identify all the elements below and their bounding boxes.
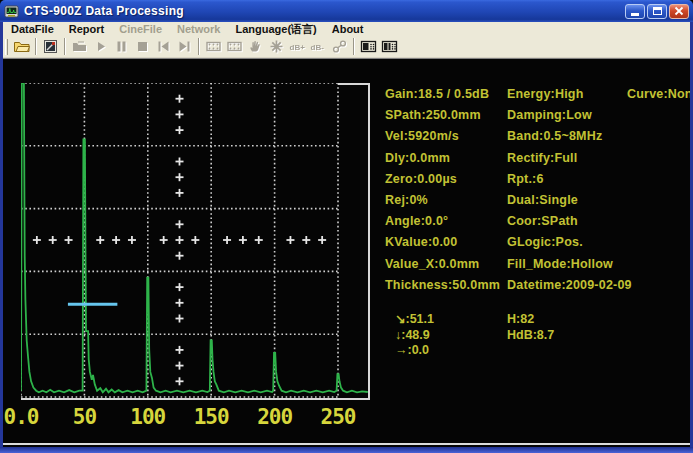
menu-item-cinefile: CineFile (114, 23, 167, 35)
play-icon (92, 38, 109, 55)
param-dual: Dual:Single (507, 190, 632, 211)
param-rpt-: Rpt.:6 (507, 169, 632, 190)
toolbar-cine-open-button (69, 37, 90, 57)
db-plus-icon: dB+ (289, 38, 306, 55)
param-datetime: Datetime:2009-02-09 (507, 275, 632, 296)
toolbar-layout-compare-button[interactable] (379, 37, 400, 57)
param-rej: Rej:0% (385, 190, 500, 211)
ascan-svg (21, 83, 373, 403)
minimize-button[interactable] (625, 4, 645, 19)
toolbar-first-frame-button (153, 37, 174, 57)
x-axis-tick-label: 200 (243, 405, 307, 429)
cine-save-icon (205, 38, 222, 55)
menu-bar: DataFileReportCineFileNetworkLanguage(语言… (3, 22, 690, 36)
svg-text:dB+: dB+ (290, 43, 306, 52)
toolbar-hand-tool-button (245, 37, 266, 57)
x-axis-tick-label: 250 (306, 405, 370, 429)
param-vel: Vel:5920m/s (385, 126, 500, 147)
toolbar-pause-button (111, 37, 132, 57)
toolbar-marker-button (266, 37, 287, 57)
window-border-left (0, 22, 3, 447)
param-rectify: Rectify:Full (507, 148, 632, 169)
echo-waveform (21, 83, 368, 392)
toolbar-cine-save-button (203, 37, 224, 57)
toolbar-report-button[interactable] (40, 37, 61, 57)
param-kvalue: KValue:0.00 (385, 232, 500, 253)
param-spath: SPath:250.0mm (385, 105, 500, 126)
parameter-column-1: Gain:18.5 / 0.5dBSPath:250.0mmVel:5920m/… (385, 84, 500, 296)
toolbar-play-button (90, 37, 111, 57)
menu-item-datafile[interactable]: DataFile (6, 23, 59, 35)
measurement-amplitude: H:82 (507, 312, 534, 328)
toolbar-separator (198, 38, 200, 55)
measurement-row: ↓:48.9HdB:8.7 (395, 328, 554, 344)
last-frame-icon (176, 38, 193, 55)
stop-icon (134, 38, 151, 55)
x-axis-tick-label: 100 (116, 405, 180, 429)
toolbar-separator (64, 38, 66, 55)
first-frame-icon (155, 38, 172, 55)
param-zero: Zero:0.00µs (385, 169, 500, 190)
measurement-row: ↘:51.1H:82 (395, 312, 554, 328)
link-icon (331, 38, 348, 55)
measurement-value: →:0.0 (395, 343, 507, 359)
menu-item-network: Network (172, 23, 225, 35)
layout-single-icon (360, 38, 377, 55)
cine-open-icon (71, 38, 88, 55)
db-minus-icon: dB- (310, 38, 327, 55)
pause-icon (113, 38, 130, 55)
menu-item-language[interactable]: Language(语言) (230, 22, 321, 37)
measurement-amplitude: HdB:8.7 (507, 328, 554, 344)
toolbar-last-frame-button (174, 37, 195, 57)
param-thickness: Thickness:50.0mm (385, 275, 500, 296)
x-axis-tick-label: 150 (179, 405, 243, 429)
menu-item-about[interactable]: About (327, 23, 369, 35)
x-axis-tick-label: 50 (52, 405, 116, 429)
param-angle: Angle:0.0° (385, 211, 500, 232)
param-coor: Coor:SPath (507, 211, 632, 232)
titlebar: CTS-900Z Data Processing (0, 0, 693, 22)
x-axis-labels: 0.050100150200250 (3, 405, 383, 429)
measurement-value: ↘:51.1 (395, 312, 507, 328)
svg-text:dB-: dB- (311, 43, 325, 52)
toolbar-separator (35, 38, 37, 55)
report-icon (42, 38, 59, 55)
close-button[interactable] (669, 4, 689, 19)
window-border-bottom (0, 447, 693, 453)
app-icon (4, 4, 19, 19)
toolbar-db-plus-button: dB+ (287, 37, 308, 57)
toolbar-layout-single-button[interactable] (358, 37, 379, 57)
layout-compare-icon (381, 38, 398, 55)
toolbar-grip[interactable] (5, 39, 8, 55)
menu-item-report[interactable]: Report (64, 23, 109, 35)
measurement-row: →:0.0 (395, 343, 554, 359)
toolbar-open-file-button[interactable] (11, 37, 32, 57)
param-value-x: Value_X:0.0mm (385, 254, 500, 275)
hand-tool-icon (247, 38, 264, 55)
param-fill-mode: Fill_Mode:Hollow (507, 254, 632, 275)
open-file-icon (13, 38, 30, 55)
parameter-column-2: Energy:HighDamping:LowBand:0.5~8MHzRecti… (507, 84, 632, 296)
client-area: 0.050100150200250 Gain:18.5 / 0.5dBSPath… (3, 58, 690, 447)
param-damping: Damping:Low (507, 105, 632, 126)
param-curve: Curve:None (627, 84, 693, 105)
toolbar-db-minus-button: dB- (308, 37, 329, 57)
toolbar-stop-button (132, 37, 153, 57)
client-bottom-edge (3, 443, 690, 445)
window-title: CTS-900Z Data Processing (24, 4, 625, 18)
parameter-column-3: Curve:None (627, 84, 693, 105)
maximize-button[interactable] (647, 4, 667, 19)
toolbar-separator (353, 38, 355, 55)
measurement-readout: ↘:51.1H:82↓:48.9HdB:8.7→:0.0 (395, 312, 554, 359)
toolbar-link-button (329, 37, 350, 57)
ascan-plot (21, 83, 373, 403)
marker-icon (268, 38, 285, 55)
param-dly: Dly:0.0mm (385, 148, 500, 169)
cine-copy-icon (226, 38, 243, 55)
x-axis-tick-label: 0.0 (0, 405, 53, 429)
toolbar-cine-copy-button (224, 37, 245, 57)
param-band: Band:0.5~8MHz (507, 126, 632, 147)
param-gain: Gain:18.5 / 0.5dB (385, 84, 500, 105)
toolbar: dB+dB- (3, 36, 690, 58)
param-glogic: GLogic:Pos. (507, 232, 632, 253)
